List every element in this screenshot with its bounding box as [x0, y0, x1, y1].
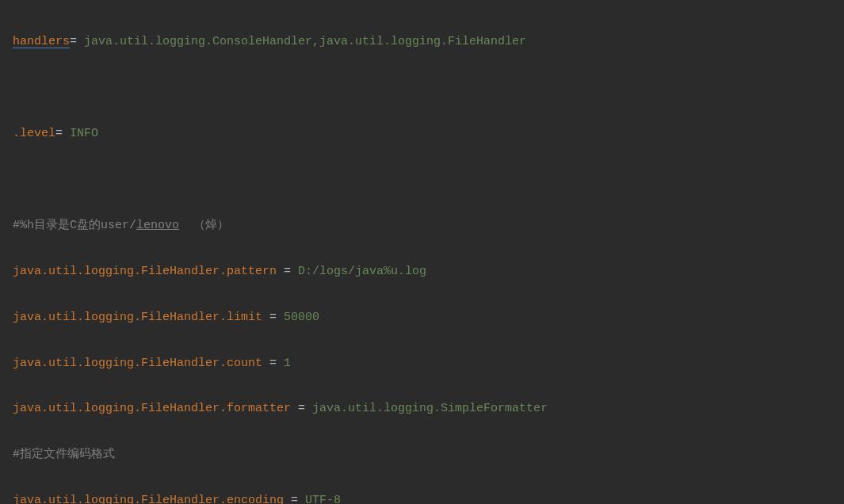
property-key: java.util.logging.FileHandler.limit	[13, 311, 262, 324]
property-key: java.util.logging.FileHandler.encoding	[13, 494, 284, 504]
code-line-blank[interactable]	[13, 77, 831, 100]
property-value: UTF-8	[305, 494, 341, 504]
code-editor[interactable]: handlers= java.util.logging.ConsoleHandl…	[13, 8, 831, 504]
operator: =	[262, 311, 284, 324]
code-line[interactable]: .level= INFO	[13, 123, 831, 146]
code-line[interactable]: java.util.logging.FileHandler.limit = 50…	[13, 307, 831, 330]
operator: =	[291, 402, 312, 415]
comment-text: （焯）	[179, 219, 229, 232]
operator: =	[55, 127, 70, 140]
property-key: handlers	[13, 36, 70, 48]
code-line[interactable]: java.util.logging.FileHandler.count = 1	[13, 353, 831, 376]
property-key: java.util.logging.FileHandler.count	[13, 357, 262, 370]
code-line[interactable]: java.util.logging.FileHandler.pattern = …	[13, 261, 831, 284]
code-line[interactable]: java.util.logging.FileHandler.formatter …	[13, 398, 831, 421]
code-line[interactable]: handlers= java.util.logging.ConsoleHandl…	[13, 31, 831, 54]
code-line-blank[interactable]	[13, 169, 831, 192]
operator: =	[277, 265, 298, 278]
comment-text: #%h目录是C盘的user/	[13, 219, 136, 232]
operator: =	[262, 357, 284, 370]
property-value: 1	[284, 357, 291, 370]
property-value: D:/logs/java%u.log	[298, 265, 426, 278]
property-value: java.util.logging.ConsoleHandler,java.ut…	[84, 35, 526, 48]
code-line[interactable]: java.util.logging.FileHandler.encoding =…	[13, 490, 831, 504]
comment-text: lenovo	[136, 219, 179, 232]
property-value: 50000	[284, 311, 319, 324]
operator: =	[70, 35, 84, 48]
property-key: .level	[13, 127, 55, 140]
code-line[interactable]: #指定文件编码格式	[13, 444, 831, 467]
property-value: INFO	[70, 127, 98, 140]
property-key: java.util.logging.FileHandler.formatter	[13, 402, 291, 415]
property-key: java.util.logging.FileHandler.pattern	[13, 265, 277, 278]
comment-text: #指定文件编码格式	[13, 448, 115, 461]
operator: =	[284, 494, 305, 504]
property-value: java.util.logging.SimpleFormatter	[312, 402, 548, 415]
code-line[interactable]: #%h目录是C盘的user/lenovo （焯）	[13, 215, 831, 238]
